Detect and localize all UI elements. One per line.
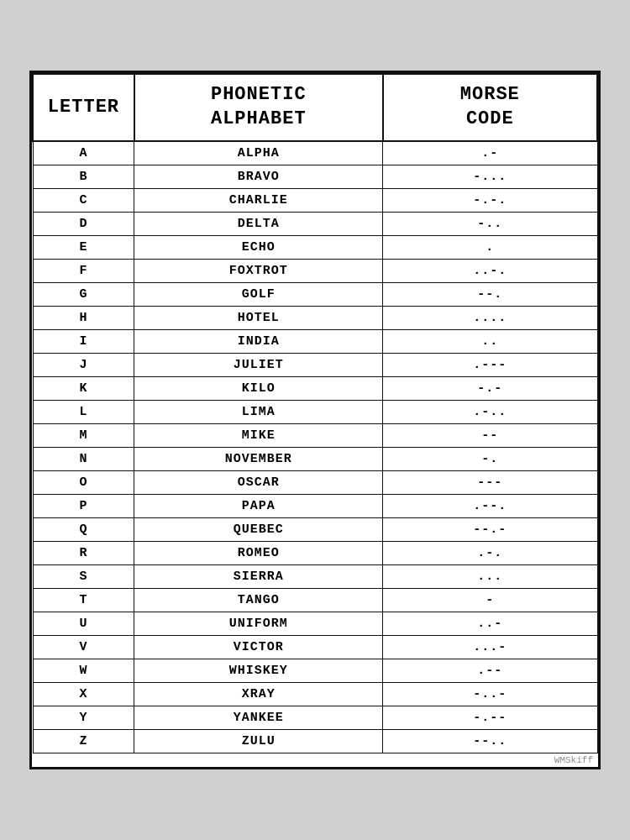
cell-phonetic: VICTOR xyxy=(134,635,383,659)
cell-morse: ..-. xyxy=(383,259,597,282)
cell-letter: G xyxy=(33,282,134,306)
table-row: QQUEBEC--.- xyxy=(33,517,597,541)
watermark: WMSkiff xyxy=(32,753,598,767)
cell-letter: P xyxy=(33,494,134,517)
table-row: KKILO-.- xyxy=(33,376,597,400)
cell-letter: Y xyxy=(33,706,134,729)
cell-letter: D xyxy=(33,212,134,235)
cell-letter: W xyxy=(33,659,134,682)
cell-phonetic: ECHO xyxy=(134,235,383,259)
header-letter: LETTER xyxy=(33,74,134,140)
cell-letter: C xyxy=(33,188,134,212)
cell-phonetic: PAPA xyxy=(134,494,383,517)
table-row: HHOTEL.... xyxy=(33,306,597,329)
cell-morse: --. xyxy=(383,282,597,306)
cell-morse: ..- xyxy=(383,612,597,635)
table-row: JJULIET.--- xyxy=(33,353,597,376)
cell-morse: --- xyxy=(383,470,597,494)
cell-morse: .-- xyxy=(383,659,597,682)
cell-phonetic: HOTEL xyxy=(134,306,383,329)
cell-letter: R xyxy=(33,541,134,564)
cell-phonetic: NOVEMBER xyxy=(134,447,383,470)
cell-phonetic: JULIET xyxy=(134,353,383,376)
cell-morse: -.- xyxy=(383,376,597,400)
table-row: XXRAY-..- xyxy=(33,682,597,706)
cell-phonetic: ZULU xyxy=(134,729,383,753)
cell-morse: -.. xyxy=(383,212,597,235)
table-row: TTANGO- xyxy=(33,588,597,612)
cell-morse: -. xyxy=(383,447,597,470)
morse-code-table: LETTER PHONETICALPHABET MORSECODE AALPHA… xyxy=(32,73,598,753)
table-row: AALPHA.- xyxy=(33,141,597,165)
cell-letter: X xyxy=(33,682,134,706)
cell-phonetic: DELTA xyxy=(134,212,383,235)
cell-phonetic: KILO xyxy=(134,376,383,400)
cell-phonetic: UNIFORM xyxy=(134,612,383,635)
cell-morse: ... xyxy=(383,564,597,588)
table-row: EECHO. xyxy=(33,235,597,259)
cell-morse: .-.. xyxy=(383,400,597,423)
table-row: YYANKEE-.-- xyxy=(33,706,597,729)
cell-phonetic: SIERRA xyxy=(134,564,383,588)
cell-phonetic: GOLF xyxy=(134,282,383,306)
cell-letter: U xyxy=(33,612,134,635)
cell-morse: - xyxy=(383,588,597,612)
table-row: ZZULU--.. xyxy=(33,729,597,753)
cell-phonetic: WHISKEY xyxy=(134,659,383,682)
cell-morse: -- xyxy=(383,423,597,447)
cell-phonetic: LIMA xyxy=(134,400,383,423)
table-row: OOSCAR--- xyxy=(33,470,597,494)
cell-phonetic: OSCAR xyxy=(134,470,383,494)
cell-morse: .- xyxy=(383,141,597,165)
table-row: IINDIA.. xyxy=(33,329,597,353)
table-row: VVICTOR...- xyxy=(33,635,597,659)
cell-letter: V xyxy=(33,635,134,659)
cell-letter: N xyxy=(33,447,134,470)
cell-letter: E xyxy=(33,235,134,259)
cell-morse: .--- xyxy=(383,353,597,376)
cell-letter: L xyxy=(33,400,134,423)
cell-morse: ...- xyxy=(383,635,597,659)
cell-morse: --.. xyxy=(383,729,597,753)
table-row: NNOVEMBER-. xyxy=(33,447,597,470)
cell-phonetic: FOXTROT xyxy=(134,259,383,282)
table-row: BBRAVO-... xyxy=(33,165,597,188)
cell-letter: S xyxy=(33,564,134,588)
cell-phonetic: ROMEO xyxy=(134,541,383,564)
cell-letter: B xyxy=(33,165,134,188)
cell-letter: H xyxy=(33,306,134,329)
table-row: WWHISKEY.-- xyxy=(33,659,597,682)
cell-morse: .-. xyxy=(383,541,597,564)
table-row: FFOXTROT..-. xyxy=(33,259,597,282)
table-row: MMIKE-- xyxy=(33,423,597,447)
cell-letter: T xyxy=(33,588,134,612)
cell-morse: --.- xyxy=(383,517,597,541)
header-morse: MORSECODE xyxy=(383,74,597,140)
table-row: UUNIFORM..- xyxy=(33,612,597,635)
morse-code-card: LETTER PHONETICALPHABET MORSECODE AALPHA… xyxy=(29,71,601,769)
table-row: LLIMA.-.. xyxy=(33,400,597,423)
cell-letter: I xyxy=(33,329,134,353)
cell-phonetic: ALPHA xyxy=(134,141,383,165)
table-row: CCHARLIE-.-. xyxy=(33,188,597,212)
cell-letter: J xyxy=(33,353,134,376)
cell-morse: -.-. xyxy=(383,188,597,212)
header-phonetic: PHONETICALPHABET xyxy=(134,74,383,140)
cell-letter: O xyxy=(33,470,134,494)
cell-phonetic: MIKE xyxy=(134,423,383,447)
cell-morse: -..- xyxy=(383,682,597,706)
cell-phonetic: INDIA xyxy=(134,329,383,353)
cell-morse: .... xyxy=(383,306,597,329)
table-row: SSIERRA... xyxy=(33,564,597,588)
cell-phonetic: BRAVO xyxy=(134,165,383,188)
cell-phonetic: YANKEE xyxy=(134,706,383,729)
cell-morse: .. xyxy=(383,329,597,353)
cell-morse: . xyxy=(383,235,597,259)
cell-phonetic: TANGO xyxy=(134,588,383,612)
table-row: PPAPA.--. xyxy=(33,494,597,517)
cell-morse: .--. xyxy=(383,494,597,517)
cell-letter: Z xyxy=(33,729,134,753)
table-header-row: LETTER PHONETICALPHABET MORSECODE xyxy=(33,74,597,140)
cell-letter: K xyxy=(33,376,134,400)
cell-letter: F xyxy=(33,259,134,282)
